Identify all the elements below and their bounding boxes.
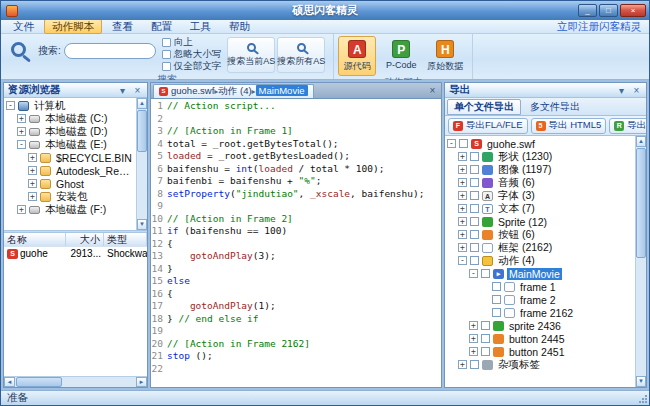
- menu-tab[interactable]: 文件: [5, 19, 42, 34]
- checkbox[interactable]: [162, 38, 171, 47]
- tree-expander-icon[interactable]: +: [469, 321, 478, 330]
- tree-expander-icon[interactable]: -: [6, 101, 15, 110]
- export-scrollbar[interactable]: [635, 136, 646, 387]
- search-option[interactable]: 忽略大小写: [162, 49, 222, 60]
- menu-tab[interactable]: 帮助: [221, 19, 258, 34]
- scroll-thumb[interactable]: [636, 148, 646, 258]
- tree-expander-icon[interactable]: +: [28, 153, 37, 162]
- checkbox[interactable]: [162, 50, 171, 59]
- maximize-button[interactable]: □: [599, 4, 618, 17]
- tree-expander-icon[interactable]: -: [447, 139, 456, 148]
- menu-tab[interactable]: 工具: [182, 19, 219, 34]
- register-link[interactable]: 立即注册闪客精灵: [557, 20, 645, 34]
- explorer-scrollbar[interactable]: [136, 98, 147, 230]
- tree-item[interactable]: +button 2451: [445, 345, 634, 358]
- tree-expander-icon[interactable]: +: [458, 152, 467, 161]
- tree-expander-icon[interactable]: -: [458, 256, 467, 265]
- tree-item[interactable]: +文本 (7): [445, 202, 634, 215]
- export-button[interactable]: 导出 HTML5: [531, 118, 607, 134]
- checkbox[interactable]: [470, 360, 479, 369]
- tree-expander-icon[interactable]: +: [28, 192, 37, 201]
- export-button[interactable]: 导出资源: [609, 118, 647, 134]
- tree-expander-icon[interactable]: -: [17, 140, 26, 149]
- tree-expander-icon[interactable]: +: [17, 114, 26, 123]
- checkbox[interactable]: [481, 321, 490, 330]
- checkbox[interactable]: [492, 295, 501, 304]
- actionscript-view-button[interactable]: H原始数据: [426, 36, 464, 76]
- actionscript-view-button[interactable]: PP-Code: [382, 36, 420, 76]
- tree-expander-icon[interactable]: +: [469, 347, 478, 356]
- checkbox[interactable]: [470, 230, 479, 239]
- checkbox[interactable]: [470, 256, 479, 265]
- tree-item[interactable]: +Ghost: [4, 177, 135, 190]
- minimize-button[interactable]: _: [578, 4, 597, 17]
- tree-expander-icon[interactable]: +: [28, 166, 37, 175]
- actionscript-view-button[interactable]: A源代码: [338, 36, 376, 76]
- tree-expander-icon[interactable]: +: [17, 205, 26, 214]
- tab-close-icon[interactable]: ×: [426, 84, 439, 98]
- checkbox[interactable]: [470, 217, 479, 226]
- tree-item[interactable]: +sprite 2436: [445, 319, 634, 332]
- resize-grip[interactable]: [637, 393, 647, 403]
- tree-expander-icon[interactable]: +: [458, 360, 467, 369]
- checkbox[interactable]: [470, 178, 479, 187]
- checkbox[interactable]: [492, 282, 501, 291]
- column-header[interactable]: 大小: [66, 233, 104, 246]
- scroll-thumb[interactable]: [137, 110, 147, 152]
- tree-item[interactable]: +安装包: [4, 190, 135, 203]
- checkbox[interactable]: [470, 165, 479, 174]
- tree-expander-icon[interactable]: +: [458, 178, 467, 187]
- tree-expander-icon[interactable]: +: [28, 179, 37, 188]
- checkbox[interactable]: [162, 62, 171, 71]
- tree-item[interactable]: +按钮 (6): [445, 228, 634, 241]
- menu-tab[interactable]: 配置: [143, 19, 180, 34]
- tree-expander-icon[interactable]: -: [469, 269, 478, 278]
- tree-item[interactable]: frame 2: [445, 293, 634, 306]
- tree-item[interactable]: -本地磁盘 (E:): [4, 138, 135, 151]
- checkbox[interactable]: [481, 269, 490, 278]
- tree-item[interactable]: +button 2445: [445, 332, 634, 345]
- breadcrumb-segment[interactable]: 动作 (4): [218, 85, 251, 96]
- tree-item[interactable]: +字体 (3): [445, 189, 634, 202]
- tree-expander-icon[interactable]: +: [458, 243, 467, 252]
- close-button[interactable]: ×: [620, 4, 646, 17]
- editor-tab[interactable]: guohe.swf▸动作 (4)▸MainMovie: [153, 84, 314, 98]
- column-header[interactable]: 名称: [4, 233, 66, 246]
- export-button[interactable]: 导出FLA/FLE: [448, 118, 528, 134]
- search-option[interactable]: 仅全部文字: [162, 61, 222, 72]
- scroll-right-icon[interactable]: [136, 377, 147, 387]
- code-editor[interactable]: 1// Action script...23// [Action in Fram…: [151, 99, 441, 387]
- menu-tab[interactable]: 查看: [104, 19, 141, 34]
- panel-close-icon[interactable]: ×: [132, 84, 143, 97]
- file-list-scrollbar[interactable]: [4, 376, 147, 387]
- tree-expander-icon[interactable]: +: [458, 165, 467, 174]
- tree-item[interactable]: -计算机: [4, 99, 135, 112]
- search-as-button[interactable]: 搜索当前AS: [227, 37, 275, 73]
- scroll-up-icon[interactable]: [137, 98, 147, 109]
- tree-item[interactable]: +本地磁盘 (F:): [4, 203, 135, 216]
- scroll-down-icon[interactable]: [137, 219, 147, 230]
- checkbox[interactable]: [470, 243, 479, 252]
- breadcrumb-segment[interactable]: guohe.swf: [171, 85, 214, 96]
- search-input[interactable]: [64, 43, 156, 59]
- scroll-up-icon[interactable]: [636, 136, 646, 147]
- tree-item[interactable]: -动作 (4): [445, 254, 634, 267]
- column-header[interactable]: 类型: [104, 233, 147, 246]
- tree-item[interactable]: +图像 (1197): [445, 163, 634, 176]
- tree-item[interactable]: frame 1: [445, 280, 634, 293]
- tree-item[interactable]: +$RECYCLE.BIN: [4, 151, 135, 164]
- checkbox[interactable]: [470, 204, 479, 213]
- panel-close-icon[interactable]: ×: [631, 84, 642, 97]
- tree-expander-icon[interactable]: +: [458, 217, 467, 226]
- scroll-left-icon[interactable]: [4, 377, 15, 387]
- search-as-button[interactable]: 搜索所有AS: [277, 37, 325, 73]
- tree-item[interactable]: +Autodesk_Revit_2016_E: [4, 164, 135, 177]
- export-tab[interactable]: 多文件导出: [523, 99, 587, 115]
- tree-expander-icon[interactable]: +: [458, 191, 467, 200]
- checkbox[interactable]: [481, 347, 490, 356]
- panel-menu-icon[interactable]: ▾: [117, 84, 128, 97]
- checkbox[interactable]: [470, 191, 479, 200]
- breadcrumb-segment[interactable]: MainMovie: [256, 85, 308, 96]
- tree-expander-icon[interactable]: +: [17, 127, 26, 136]
- checkbox[interactable]: [492, 308, 501, 317]
